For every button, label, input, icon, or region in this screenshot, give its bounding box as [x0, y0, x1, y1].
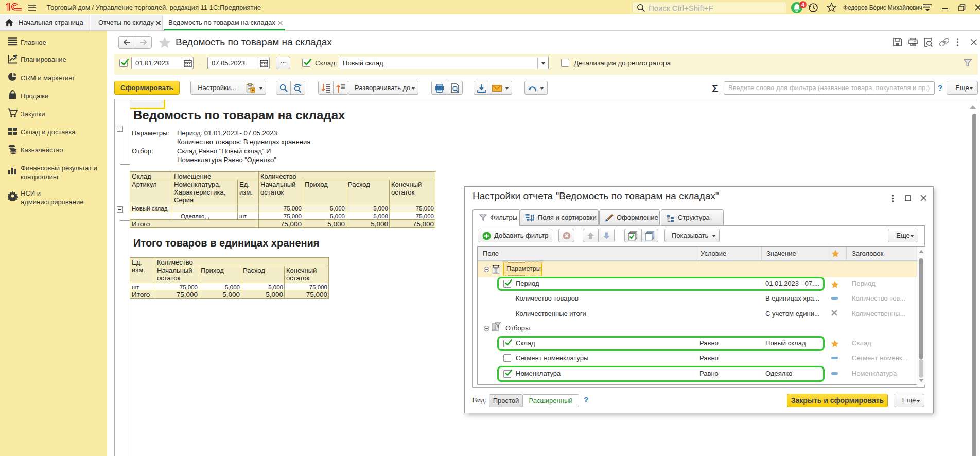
svg-text:4: 4 — [801, 2, 805, 8]
